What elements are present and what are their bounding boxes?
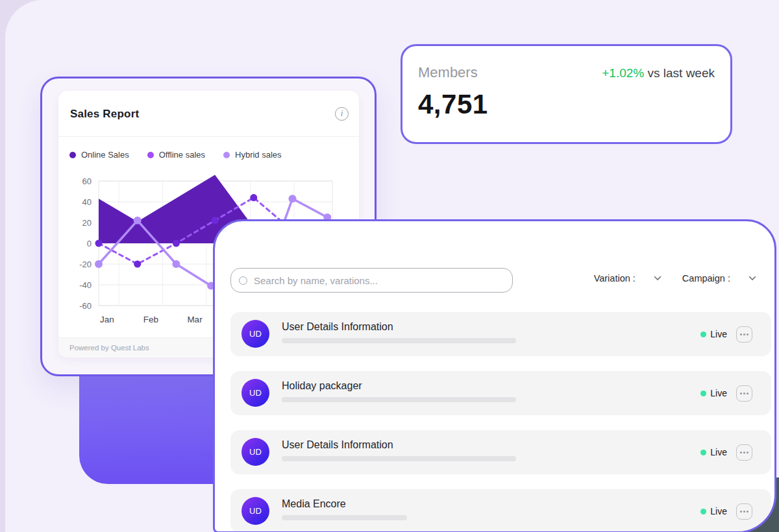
status-badge: Live <box>700 329 727 339</box>
avatar: UD <box>241 497 269 525</box>
svg-text:-20: -20 <box>79 260 92 269</box>
live-dot-icon <box>700 509 706 514</box>
svg-text:0: 0 <box>87 239 92 248</box>
svg-text:Feb: Feb <box>143 315 158 324</box>
list-item-title: User Details Information <box>282 439 393 451</box>
svg-text:Jan: Jan <box>100 315 114 324</box>
progress-track <box>282 338 516 343</box>
progress-track <box>282 456 516 461</box>
members-count: 4,751 <box>418 89 488 120</box>
status-label: Live <box>710 329 727 339</box>
list-item-title: User Details Information <box>282 321 393 333</box>
status-badge: Live <box>700 506 727 516</box>
avatar: UD <box>241 438 269 466</box>
progress-track <box>282 397 516 402</box>
status-label: Live <box>710 506 727 516</box>
info-icon[interactable]: i <box>335 107 349 121</box>
status-label: Live <box>710 447 727 457</box>
members-delta: +1.02% vs last week <box>602 66 715 80</box>
legend-item: Online Sales <box>69 150 129 160</box>
row-actions: Live <box>700 430 752 474</box>
row-actions: Live <box>700 312 752 356</box>
list-item-title: Media Encore <box>282 498 346 510</box>
more-options-button[interactable] <box>736 326 752 343</box>
row-actions: Live <box>700 371 752 415</box>
sales-report-title: Sales Report <box>70 108 139 121</box>
legend-dot-icon <box>223 152 230 158</box>
svg-text:-40: -40 <box>79 280 92 290</box>
legend-label: Online Sales <box>81 150 129 160</box>
avatar: UD <box>241 320 269 348</box>
legend-dot-icon <box>147 152 154 158</box>
legend-label: Hybrid sales <box>235 150 282 160</box>
row-actions: Live <box>700 489 752 532</box>
chart-legend: Online SalesOffline salesHybrid sales <box>58 137 359 160</box>
svg-text:Mar: Mar <box>187 315 203 324</box>
legend-item: Hybrid sales <box>223 150 282 160</box>
campaign-rows: UD User Details Information Live UD Holi… <box>215 221 774 531</box>
svg-text:20: 20 <box>82 218 92 228</box>
delta-note: vs last week <box>644 66 715 80</box>
svg-text:40: 40 <box>82 197 92 207</box>
list-item[interactable]: UD Holiday packager Live <box>230 371 771 415</box>
status-label: Live <box>710 388 727 398</box>
svg-text:60: 60 <box>82 176 92 186</box>
live-dot-icon <box>700 450 706 455</box>
live-dot-icon <box>700 391 706 396</box>
sales-card-header: Sales Report i <box>58 91 359 136</box>
campaign-list-panel: Variation :Campaign : UD User Details In… <box>213 219 776 532</box>
svg-text:-60: -60 <box>79 301 92 311</box>
page-background: Sales Report i Online SalesOffline sales… <box>0 0 779 532</box>
legend-item: Offline sales <box>147 150 205 160</box>
list-item[interactable]: UD Media Encore Live <box>230 489 771 532</box>
legend-label: Offline sales <box>159 150 205 160</box>
delta-value: +1.02% <box>602 66 644 80</box>
avatar: UD <box>241 379 269 407</box>
list-item[interactable]: UD User Details Information Live <box>230 430 771 474</box>
list-item-title: Holiday packager <box>282 380 362 392</box>
progress-track <box>282 515 407 520</box>
more-options-button[interactable] <box>736 444 752 461</box>
status-badge: Live <box>700 388 727 398</box>
legend-dot-icon <box>69 152 76 158</box>
members-card: Members +1.02% vs last week 4,751 <box>401 44 732 144</box>
status-badge: Live <box>700 447 727 457</box>
members-label: Members <box>418 64 478 81</box>
more-options-button[interactable] <box>736 385 752 402</box>
more-options-button[interactable] <box>736 503 752 520</box>
live-dot-icon <box>700 332 706 337</box>
list-item[interactable]: UD User Details Information Live <box>230 312 771 356</box>
